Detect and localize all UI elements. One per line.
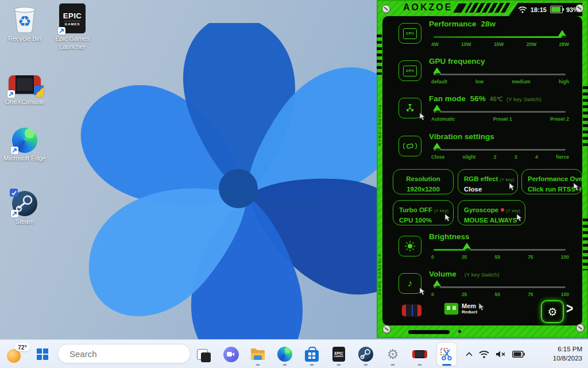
- fan-icon[interactable]: [399, 98, 421, 118]
- brightness-title: Brightness: [429, 232, 470, 241]
- fan-mode-section: Fan mode56%46℃(Y key Switch) AutomaticPr…: [377, 94, 588, 128]
- running-indicator: [310, 364, 314, 366]
- gpu-frequency-title: GPU frequency: [429, 57, 485, 66]
- chevron-stripes-decoration: [465, 3, 513, 13]
- turbo-button[interactable]: Turbo OFF(Y key) CPU 100%: [393, 200, 454, 225]
- vibration-icon: [399, 136, 421, 156]
- slider-marker[interactable]: [433, 105, 441, 111]
- fan-mode-note: (Y key Switch): [506, 96, 541, 102]
- desktop-icon-epic-games[interactable]: EPIC GAMES Epic Games Launcher: [49, 3, 95, 51]
- running-indicator: [391, 364, 395, 366]
- volume-slider[interactable]: [434, 286, 566, 288]
- desktop-icon-onexconsole[interactable]: OneXConsole: [2, 72, 48, 106]
- brightness-slider[interactable]: [434, 249, 566, 251]
- screw-icon: [576, 324, 585, 332]
- rgb-effect-button[interactable]: RGB effect(Y key) Close: [458, 169, 518, 194]
- epic-games-icon: EPIC GAMES: [332, 347, 345, 362]
- search-input[interactable]: [68, 348, 185, 359]
- performance-value: 28w: [481, 20, 496, 28]
- vibration-slider[interactable]: [434, 149, 566, 151]
- microsoft-store-button[interactable]: [302, 343, 322, 366]
- clock-date: 10/8/2023: [553, 354, 582, 363]
- screw-icon: [382, 5, 390, 13]
- aokzoe-overlay-panel: AOKZOE 18:15 93% GAME CONSOLE GAME CONSO…: [377, 0, 588, 338]
- aokzoe-logo: AOKZOE: [403, 2, 452, 13]
- taskbar-clock[interactable]: 6:15 PM 10/8/2023: [553, 340, 582, 368]
- desktop-icon-recycle-bin[interactable]: ♻ Recycle Bin: [2, 3, 48, 43]
- svg-text:♻: ♻: [18, 13, 31, 30]
- performance-section: CPU Performance28w 4W10W15W20W28W: [377, 20, 588, 53]
- wifi-icon[interactable]: [479, 350, 489, 358]
- snipping-tool-button[interactable]: [437, 343, 457, 366]
- store-icon: [305, 350, 319, 362]
- desktop-icon-microsoft-edge[interactable]: Microsoft Edge: [2, 128, 48, 163]
- taskbar-search[interactable]: [57, 344, 191, 363]
- hand-cursor-icon: [419, 287, 426, 298]
- hand-cursor-icon: [516, 213, 523, 224]
- desktop-icon-label: Microsoft Edge: [3, 155, 45, 163]
- edge-button[interactable]: [275, 343, 295, 366]
- taskbar-weather-widget[interactable]: 72°: [6, 346, 29, 364]
- overlay-settings-button[interactable]: ⚙: [541, 300, 564, 323]
- fan-mode-slider[interactable]: [434, 111, 566, 113]
- volume-muted-icon[interactable]: [496, 350, 506, 358]
- hand-cursor-icon: [444, 213, 451, 224]
- desktop-icon-label: OneXConsole: [5, 98, 45, 106]
- gpu-frequency-slider[interactable]: [434, 74, 566, 75]
- slider-marker[interactable]: [463, 243, 471, 249]
- hand-cursor-icon: [572, 182, 580, 193]
- vibration-title: Vibration settings: [429, 132, 494, 141]
- steam-icon: [12, 191, 37, 216]
- next-page-arrow[interactable]: >: [566, 300, 573, 317]
- start-button[interactable]: [37, 348, 48, 360]
- desktop-icon-label: Steam: [16, 218, 34, 226]
- gear-icon: ⚙: [387, 348, 399, 361]
- status-time: 18:15: [531, 6, 547, 13]
- battery-icon[interactable]: [512, 351, 525, 358]
- vibration-section: Vibration settings Closeslight234fierce: [377, 132, 588, 166]
- fan-mode-temp: 46℃: [490, 95, 503, 102]
- screen: ♻ Recycle Bin EPIC GAMES Epic Games Laun…: [0, 0, 588, 368]
- running-indicator: [256, 364, 260, 366]
- taskbar-apps: EPIC GAMES ⚙: [194, 343, 457, 366]
- settings-button[interactable]: ⚙: [383, 343, 403, 366]
- music-note-icon[interactable]: ♪: [399, 273, 421, 294]
- performance-slider[interactable]: [434, 36, 566, 38]
- active-indicator: [442, 364, 451, 366]
- onexconsole-button[interactable]: [410, 343, 430, 366]
- cpu-icon: CPU: [399, 23, 421, 44]
- chat-icon: [223, 347, 239, 362]
- fan-mode-title: Fan mode56%46℃(Y key Switch): [429, 94, 541, 103]
- file-explorer-button[interactable]: [248, 343, 268, 366]
- hand-cursor-icon: [419, 112, 426, 123]
- performance-overlay-button[interactable]: Performance Overl Click run RTSS+HWiN: [521, 169, 582, 194]
- chevron-up-icon[interactable]: [466, 352, 473, 356]
- slider-marker[interactable]: [558, 30, 566, 36]
- slider-marker[interactable]: [433, 143, 441, 149]
- steam-button[interactable]: [356, 343, 376, 366]
- gpu-icon: GPU: [399, 60, 421, 81]
- slider-marker[interactable]: [433, 67, 441, 74]
- shortcut-arrow-icon: [7, 90, 15, 98]
- performance-ticks: 4W10W15W20W28W: [431, 41, 569, 47]
- sync-check-icon: [10, 189, 18, 197]
- wifi-icon: [518, 6, 527, 13]
- status-bar: 18:15 93%: [509, 3, 582, 16]
- resolution-button[interactable]: Resolution 1920x1200: [393, 169, 454, 194]
- task-view-icon: [195, 344, 213, 364]
- vibration-ticks: Closeslight234fierce: [431, 154, 569, 160]
- gpu-frequency-section: GPU GPU frequency defaultlowmediumhigh: [377, 57, 588, 90]
- desktop-icon-steam[interactable]: Steam: [2, 191, 48, 226]
- temperature-badge: 72°: [15, 343, 30, 351]
- gyroscope-button[interactable]: Gyroscope(Y key) MOUSE ALWAYS: [458, 200, 525, 225]
- task-view-button[interactable]: [194, 343, 214, 366]
- running-indicator: [364, 364, 368, 366]
- mem-reduct-button[interactable]: Mem Reduct: [444, 303, 477, 315]
- epic-games-button[interactable]: EPIC GAMES: [329, 343, 349, 366]
- desktop-icon-label: Epic Games Launcher: [49, 35, 95, 51]
- slider-marker[interactable]: [433, 280, 441, 286]
- epic-games-icon: EPIC GAMES: [59, 3, 86, 33]
- chat-button[interactable]: [221, 343, 241, 366]
- hand-cursor-icon: [508, 182, 516, 193]
- handheld-console-icon[interactable]: [402, 305, 421, 316]
